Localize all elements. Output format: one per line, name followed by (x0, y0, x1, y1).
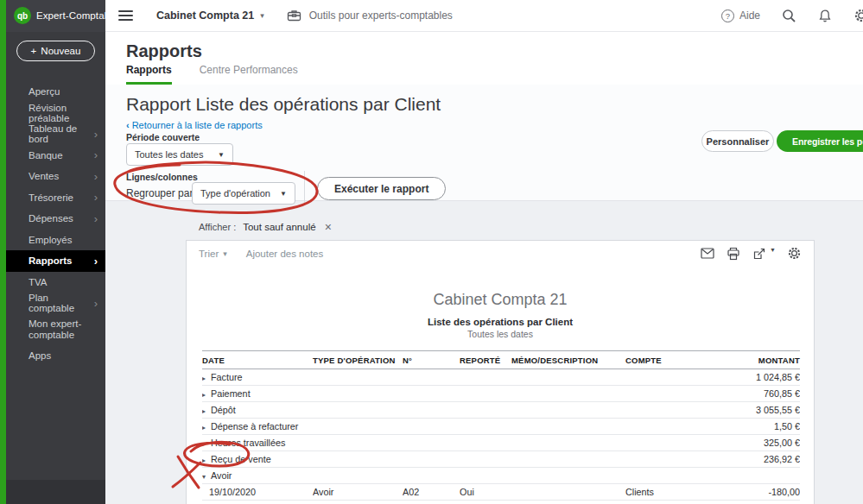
group-row-facture[interactable]: ▸Facture1 024,85 € (202, 369, 800, 386)
print-icon[interactable] (726, 246, 740, 261)
expand-caret-icon[interactable]: ▸ (202, 424, 206, 432)
gear-icon[interactable] (787, 246, 802, 261)
chevron-down-icon: ▼ (770, 247, 776, 253)
sidebar-item-label: Rapports (29, 255, 72, 266)
help-button[interactable]: ? Aide (721, 9, 760, 22)
period-dropdown[interactable]: Toutes les dates ▼ (126, 143, 233, 166)
group-row-paiement[interactable]: ▸Paiement760,85 € (202, 386, 800, 402)
group-label-cell[interactable]: ▸Facture (202, 369, 741, 386)
tools-label: Outils pour experts-comptables (309, 9, 453, 22)
total-row: Total pour Avoir-180,00 € (202, 501, 800, 504)
detail-row: 19/10/2020AvoirA02OuiClients-180,00 (202, 484, 800, 501)
group-label-cell[interactable]: ▸Reçu de vente (202, 451, 741, 468)
sidebar-item-label: Banque (29, 150, 63, 161)
run-report-button[interactable]: Exécuter le rapport (317, 177, 446, 200)
back-to-reports-link[interactable]: ‹Retourner à la liste de rapports (126, 120, 263, 130)
gear-icon[interactable] (853, 8, 863, 23)
report-panel: Trier ▾ Ajouter des notes (186, 240, 815, 504)
chevron-down-icon: ▼ (280, 190, 287, 198)
report-company-name: Cabinet Compta 21 (187, 291, 814, 309)
email-icon[interactable] (700, 246, 714, 261)
chevron-right-icon: › (94, 149, 98, 161)
topbar-actions: ? Aide (721, 8, 863, 23)
group-label: Facture (211, 372, 243, 382)
customize-button[interactable]: Personnaliser (701, 130, 774, 152)
group-row-recu-de-vente[interactable]: ▸Reçu de vente236,92 € (202, 451, 800, 468)
group-amount-cell: 760,85 € (741, 386, 800, 402)
accountant-tools[interactable]: Outils pour experts-comptables (287, 8, 453, 23)
column-header-reporte: REPORTÉ (460, 351, 511, 369)
sidebar-item-tva[interactable]: TVA (6, 272, 105, 293)
help-label: Aide (739, 9, 760, 22)
app-logo: qb Expert-Comptable (6, 0, 105, 32)
save-customizations-button[interactable]: Enregistrer les person. (777, 130, 863, 152)
group-label: Reçu de vente (211, 454, 271, 464)
expand-caret-icon[interactable]: ▸ (202, 407, 206, 415)
collapse-caret-icon[interactable]: ▾ (202, 473, 206, 481)
group-row-depot[interactable]: ▸Dépôt3 055,55 € (202, 402, 800, 419)
sidebar-item-mon-expert-comptable[interactable]: Mon expert-comptable (6, 314, 105, 345)
report-heading: Cabinet Compta 21 Liste des opérations p… (187, 291, 814, 339)
chevron-right-icon: › (94, 255, 98, 267)
group-label-cell[interactable]: ▸Heures travaillées (202, 435, 741, 451)
sidebar-item-ventes[interactable]: Ventes› (6, 166, 105, 187)
chevron-down-icon: ▾ (260, 11, 264, 20)
group-row-heures-travaillees[interactable]: ▸Heures travaillées325,00 € (202, 435, 800, 451)
company-switcher[interactable]: Cabinet Compta 21 ▾ (156, 9, 264, 22)
bell-icon[interactable] (817, 8, 833, 23)
sidebar-item-banque[interactable]: Banque› (6, 145, 105, 167)
sidebar-item-apps[interactable]: Apps (6, 345, 105, 367)
add-notes-button[interactable]: Ajouter des notes (246, 249, 324, 259)
group-row-depense-a-refacturer[interactable]: ▸Dépense à refacturer1,50 € (202, 419, 800, 435)
sidebar-item-label: Dépenses (29, 213, 73, 224)
report-toolbar: Trier ▾ Ajouter des notes (187, 241, 814, 266)
expand-caret-icon[interactable]: ▸ (202, 440, 206, 448)
group-label: Avoir (211, 470, 232, 481)
tab-rapports[interactable]: Rapports (126, 64, 172, 85)
sort-menu[interactable]: Trier ▾ (199, 249, 227, 259)
chevron-right-icon: › (94, 298, 98, 309)
expand-caret-icon[interactable]: ▸ (202, 457, 206, 464)
group-amount-cell: 325,00 € (741, 435, 800, 451)
chevron-right-icon: › (94, 171, 98, 182)
new-button[interactable]: + Nouveau (16, 41, 95, 61)
hamburger-menu-icon[interactable] (118, 10, 133, 21)
group-label-cell[interactable]: ▸Dépense à refacturer (202, 419, 741, 435)
qb-logo-icon: qb (14, 7, 31, 24)
sidebar-item-rapports[interactable]: Rapports› (6, 250, 105, 272)
help-icon: ? (721, 9, 734, 22)
sidebar-item-tableau-de-bord[interactable]: Tableau de bord› (6, 123, 105, 145)
sidebar-footer (6, 480, 105, 504)
sidebar-item-depenses[interactable]: Dépenses› (6, 208, 105, 230)
plus-icon: + (31, 46, 37, 56)
reported-cell: Oui (460, 484, 511, 501)
tab-centre-performances[interactable]: Centre Performances (200, 64, 298, 85)
sidebar-item-employes[interactable]: Employés (6, 230, 105, 251)
group-row-avoir[interactable]: ▾Avoir (202, 468, 800, 484)
group-label-cell[interactable]: ▾Avoir (202, 468, 741, 484)
group-label-cell[interactable]: ▸Paiement (202, 386, 741, 402)
sidebar-item-label: Ventes (29, 171, 59, 181)
close-icon[interactable]: × (325, 221, 332, 233)
sidebar-item-label: Employés (29, 235, 73, 245)
group-label: Dépôt (211, 405, 236, 415)
report-filter-section: Rapport Liste des opérations par Client … (105, 85, 863, 201)
sidebar-item-apercu[interactable]: Aperçu (6, 81, 105, 103)
sidebar-item-revision-prealable[interactable]: Révision préalable (6, 103, 105, 124)
chevron-left-icon: ‹ (126, 120, 130, 130)
expand-caret-icon[interactable]: ▸ (202, 375, 206, 382)
export-icon[interactable] (752, 246, 766, 261)
search-icon[interactable] (781, 8, 796, 23)
group-by-label: Regrouper par (126, 187, 193, 199)
sidebar-item-plan-comptable[interactable]: Plan comptable› (6, 293, 105, 314)
page-title: Rapports (126, 41, 202, 61)
total-amount-cell: -180,00 € (741, 501, 800, 504)
group-amount-cell: 1,50 € (741, 419, 800, 435)
expand-caret-icon[interactable]: ▸ (202, 391, 206, 399)
group-label: Paiement (211, 388, 251, 399)
group-label-cell[interactable]: ▸Dépôt (202, 402, 741, 419)
sidebar-item-tresorerie[interactable]: Trésorerie› (6, 187, 105, 209)
sidebar-menu: AperçuRévision préalableTableau de bord›… (6, 81, 105, 366)
column-header-montant: MONTANT (741, 351, 800, 369)
group-amount-cell: 3 055,55 € (741, 402, 800, 419)
